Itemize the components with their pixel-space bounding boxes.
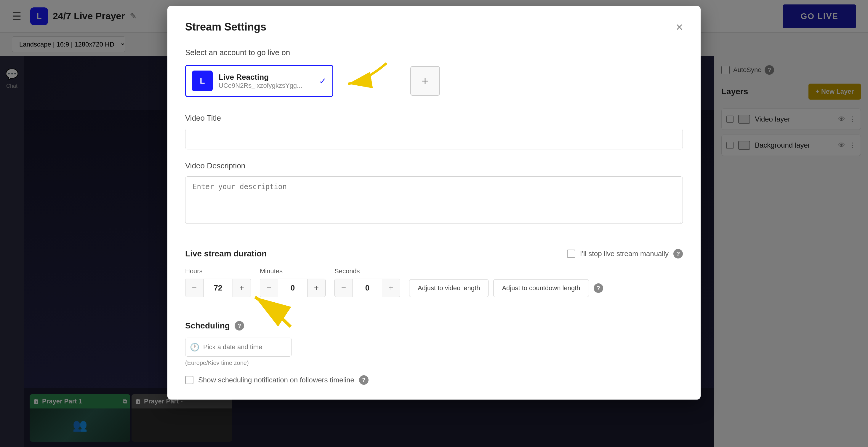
- adjust-countdown-length-button[interactable]: Adjust to countdown length: [493, 279, 589, 297]
- hours-value: 72: [203, 279, 233, 297]
- adjust-help-icon[interactable]: ?: [594, 284, 603, 293]
- modal-title: Stream Settings: [185, 21, 266, 33]
- manual-stop-checkbox[interactable]: [567, 249, 575, 258]
- account-card[interactable]: L Live Reacting UCe9N2Rs_lxzofygkzsYgg..…: [185, 65, 333, 97]
- timezone-note: (Europe/Kiev time zone): [185, 360, 683, 366]
- modal-close-button[interactable]: ×: [676, 21, 683, 33]
- duration-title: Live stream duration: [185, 249, 267, 259]
- scheduling-title: Scheduling: [185, 321, 230, 330]
- video-description-textarea[interactable]: [185, 176, 683, 224]
- yellow-arrow-annotation-1: [330, 57, 396, 93]
- minutes-decrement-button[interactable]: −: [260, 279, 278, 297]
- video-title-input[interactable]: 24/7 Live Prayer: [185, 129, 683, 149]
- video-description-label: Video Description: [185, 161, 683, 171]
- minutes-stepper: − 0 +: [260, 279, 326, 297]
- account-logo: L: [192, 70, 213, 91]
- account-id: UCe9N2Rs_lxzofygkzsYgg...: [219, 82, 313, 90]
- show-notification-help-icon[interactable]: ?: [359, 375, 369, 385]
- account-name: Live Reacting: [219, 72, 313, 82]
- account-check-icon: ✓: [319, 76, 327, 86]
- stream-settings-modal: Stream Settings × Select an account to g…: [167, 6, 701, 399]
- seconds-value: 0: [352, 279, 382, 297]
- manual-stop-label: I'll stop live stream manually: [580, 249, 669, 258]
- scheduling-help-icon[interactable]: ?: [235, 321, 244, 330]
- date-time-input[interactable]: [185, 338, 292, 357]
- seconds-label: Seconds: [335, 267, 400, 275]
- seconds-increment-button[interactable]: +: [382, 279, 400, 297]
- minutes-increment-button[interactable]: +: [308, 279, 325, 297]
- hours-increment-button[interactable]: +: [233, 279, 251, 297]
- video-title-label: Video Title: [185, 114, 683, 123]
- adjust-video-length-button[interactable]: Adjust to video length: [409, 279, 489, 297]
- show-notification-label: Show scheduling notification on follower…: [198, 376, 354, 384]
- show-notification-checkbox[interactable]: [185, 376, 193, 384]
- seconds-stepper: − 0 +: [335, 279, 400, 297]
- manual-stop-help-icon[interactable]: ?: [673, 249, 683, 259]
- hours-label: Hours: [185, 267, 251, 275]
- select-account-label: Select an account to go live on: [185, 48, 683, 57]
- clock-icon: 🕐: [190, 342, 199, 352]
- hours-decrement-button[interactable]: −: [185, 279, 203, 297]
- seconds-decrement-button[interactable]: −: [335, 279, 352, 297]
- minutes-value: 0: [278, 279, 308, 297]
- modal-overlay: Stream Settings × Select an account to g…: [0, 0, 868, 447]
- add-account-button[interactable]: +: [410, 66, 440, 96]
- minutes-label: Minutes: [260, 267, 326, 275]
- hours-stepper: − 72 +: [185, 279, 251, 297]
